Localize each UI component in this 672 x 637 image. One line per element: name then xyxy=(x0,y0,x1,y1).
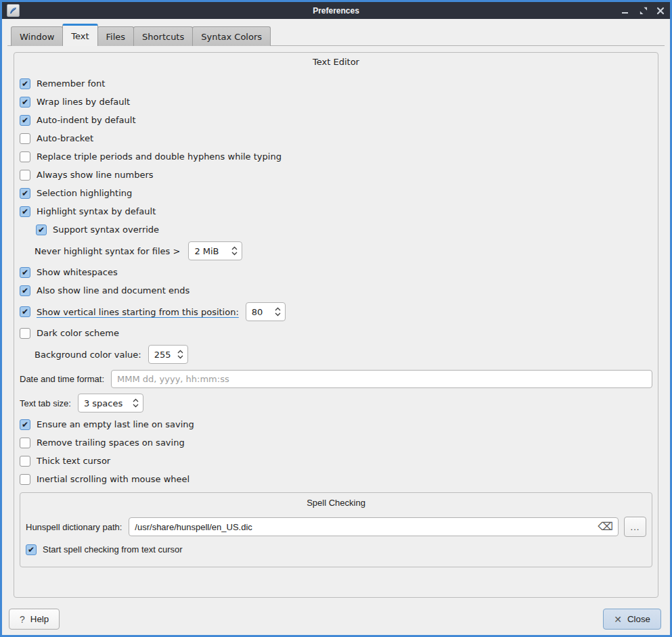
hunspell-path-row: Hunspell dictionary path: ⌫ ... xyxy=(26,513,646,540)
help-button[interactable]: ? Help xyxy=(9,609,60,630)
option-remove-trailing[interactable]: ✔ Remove trailing spaces on saving xyxy=(20,433,652,452)
checkbox-label: Always show line numbers xyxy=(37,170,154,180)
checkbox[interactable]: ✔ xyxy=(20,151,30,162)
minimize-button[interactable] xyxy=(621,6,630,16)
close-window-icon xyxy=(656,7,665,15)
option-selection-highlighting[interactable]: ✔ Selection highlighting xyxy=(20,184,652,202)
hunspell-path-label: Hunspell dictionary path: xyxy=(26,522,122,532)
checkbox[interactable]: ✔ xyxy=(20,78,30,89)
vertical-line-position-spinbox[interactable]: 80 xyxy=(246,302,286,321)
checkbox[interactable]: ✔ xyxy=(20,115,30,126)
check-icon: ✔ xyxy=(22,308,28,316)
check-icon: ✔ xyxy=(22,98,28,106)
featherpad-app-icon xyxy=(9,6,18,15)
minimize-icon xyxy=(621,7,629,15)
spinner-up-down-icon[interactable] xyxy=(177,348,184,360)
checkbox[interactable]: ✔ xyxy=(20,438,30,448)
option-empty-last-line[interactable]: ✔ Ensure an empty last line on saving xyxy=(20,415,652,433)
checkbox-label: Also show line and document ends xyxy=(37,285,189,296)
preferences-dialog: Preferences Window Text Files Shortcuts xyxy=(0,0,672,637)
tab-text[interactable]: Text xyxy=(62,24,97,46)
text-tab-size-label: Text tab size: xyxy=(20,398,71,408)
option-dark-scheme[interactable]: ✔ Dark color scheme xyxy=(20,324,652,342)
check-icon: ✔ xyxy=(22,268,28,277)
option-highlight-syntax[interactable]: ✔ Highlight syntax by default xyxy=(20,202,652,220)
option-remember-font[interactable]: ✔ Remember font xyxy=(20,74,652,93)
checkbox-label: Start spell checking from text cursor xyxy=(43,544,183,555)
checkbox[interactable]: ✔ xyxy=(20,328,30,339)
close-icon: ✕ xyxy=(614,614,622,625)
titlebar[interactable]: Preferences xyxy=(2,2,670,19)
option-auto-bracket[interactable]: ✔ Auto-bracket xyxy=(20,129,652,147)
option-thick-cursor[interactable]: ✔ Thick text cursor xyxy=(20,452,652,470)
checkbox[interactable]: ✔ xyxy=(20,285,30,296)
checkbox-label: Inertial scrolling with mouse wheel xyxy=(37,474,189,484)
text-tab-size-spinbox[interactable]: 3 spaces xyxy=(78,394,143,412)
tab-label: Syntax Colors xyxy=(201,32,262,42)
tab-files[interactable]: Files xyxy=(97,26,135,46)
checkbox[interactable]: ✔ xyxy=(26,544,37,555)
never-highlight-label: Never highlight syntax for files > xyxy=(35,246,180,256)
option-inertial-scrolling[interactable]: ✔ Inertial scrolling with mouse wheel xyxy=(20,470,652,488)
option-show-ends[interactable]: ✔ Also show line and document ends xyxy=(20,281,652,300)
spinner-up-down-icon[interactable] xyxy=(231,245,238,257)
tab-label: Text xyxy=(71,31,89,41)
tab-window[interactable]: Window xyxy=(11,26,63,46)
option-wrap-lines[interactable]: ✔ Wrap lines by default xyxy=(20,93,652,111)
checkbox-label: Ensure an empty last line on saving xyxy=(37,419,194,429)
background-color-row: Background color value: 255 xyxy=(20,342,652,367)
help-button-label: Help xyxy=(30,614,49,624)
help-icon: ? xyxy=(20,614,25,625)
checkbox-label: Show whitespaces xyxy=(37,267,118,277)
tab-label: Window xyxy=(20,32,54,42)
close-button[interactable]: ✕ Close xyxy=(603,609,661,630)
checkbox[interactable]: ✔ xyxy=(20,267,30,278)
background-color-spinbox[interactable]: 255 xyxy=(148,345,188,364)
checkbox[interactable]: ✔ xyxy=(20,133,30,144)
checkbox[interactable]: ✔ xyxy=(20,206,30,217)
dialog-footer: ? Help ✕ Close xyxy=(9,609,661,630)
spinbox-value: 3 spaces xyxy=(84,398,132,408)
option-line-numbers[interactable]: ✔ Always show line numbers xyxy=(20,166,652,184)
browse-button[interactable]: ... xyxy=(624,517,646,537)
checkbox-label: Highlight syntax by default xyxy=(37,206,156,216)
maximize-restore-icon xyxy=(639,6,648,15)
spinbox-value: 255 xyxy=(154,350,177,360)
max-syntax-size-spinbox[interactable]: 2 MiB xyxy=(188,241,242,260)
tab-syntax-colors[interactable]: Syntax Colors xyxy=(192,26,271,46)
date-time-format-row: Date and time format: xyxy=(20,367,652,391)
tab-shortcuts[interactable]: Shortcuts xyxy=(133,26,193,46)
checkbox[interactable]: ✔ xyxy=(20,188,30,199)
checkbox[interactable]: ✔ xyxy=(20,97,30,108)
check-icon: ✔ xyxy=(22,189,28,197)
maximize-restore-button[interactable] xyxy=(638,6,648,16)
check-icon: ✔ xyxy=(22,421,28,429)
option-replace-periods[interactable]: ✔ Replace triple periods and double hyph… xyxy=(20,147,652,166)
text-tab-size-row: Text tab size: 3 spaces xyxy=(20,391,652,415)
option-show-whitespaces[interactable]: ✔ Show whitespaces xyxy=(20,263,652,281)
option-start-spell-cursor[interactable]: ✔ Start spell checking from text cursor xyxy=(26,540,646,559)
spinner-up-down-icon[interactable] xyxy=(132,397,139,409)
preferences-tabbar: Window Text Files Shortcuts Syntax Color… xyxy=(11,24,670,46)
close-window-button[interactable] xyxy=(656,6,665,16)
checkbox[interactable]: ✔ xyxy=(20,306,30,317)
hunspell-path-input[interactable] xyxy=(129,517,619,536)
checkbox[interactable]: ✔ xyxy=(20,419,30,430)
option-syntax-override[interactable]: ✔ Support syntax override xyxy=(20,220,652,239)
spinbox-value: 2 MiB xyxy=(194,246,231,256)
groupbox-title: Text Editor xyxy=(20,56,652,68)
checkbox[interactable]: ✔ xyxy=(36,225,47,235)
checkbox[interactable]: ✔ xyxy=(20,456,30,467)
checkbox-label: Replace triple periods and double hyphen… xyxy=(37,151,282,162)
checkbox[interactable]: ✔ xyxy=(20,170,30,181)
window-menu-button[interactable] xyxy=(7,4,20,17)
background-color-label: Background color value: xyxy=(35,350,141,360)
option-vertical-lines[interactable]: ✔ Show vertical lines starting from this… xyxy=(20,300,652,324)
option-auto-indent[interactable]: ✔ Auto-indent by default xyxy=(20,111,652,129)
checkbox[interactable]: ✔ xyxy=(20,474,30,485)
clear-field-icon[interactable]: ⌫ xyxy=(598,521,613,532)
spinner-up-down-icon[interactable] xyxy=(274,306,282,318)
date-time-format-input[interactable] xyxy=(111,370,652,388)
spinbox-value: 80 xyxy=(252,307,274,317)
checkbox-label: Selection highlighting xyxy=(37,188,132,198)
